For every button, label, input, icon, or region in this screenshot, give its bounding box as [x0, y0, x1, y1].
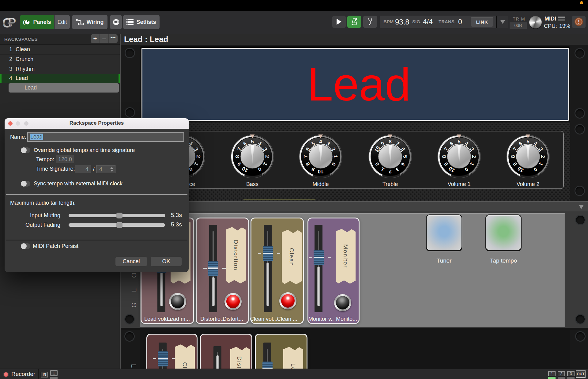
svg-text:8: 8 [235, 155, 240, 158]
svg-text:2: 2 [471, 155, 477, 158]
svg-text:5: 5 [402, 155, 408, 158]
svg-text:2: 2 [389, 169, 391, 174]
svg-text:1: 1 [333, 155, 338, 158]
svg-text:2: 2 [540, 155, 546, 158]
svg-text:10: 10 [318, 169, 324, 174]
svg-text:P: P [8, 16, 16, 29]
svg-text:7: 7 [303, 155, 309, 158]
svg-text:2: 2 [195, 155, 201, 158]
svg-text:2: 2 [264, 155, 270, 158]
svg-text:8: 8 [441, 155, 447, 158]
svg-text:(: ( [23, 19, 25, 25]
svg-text:8: 8 [510, 155, 516, 158]
